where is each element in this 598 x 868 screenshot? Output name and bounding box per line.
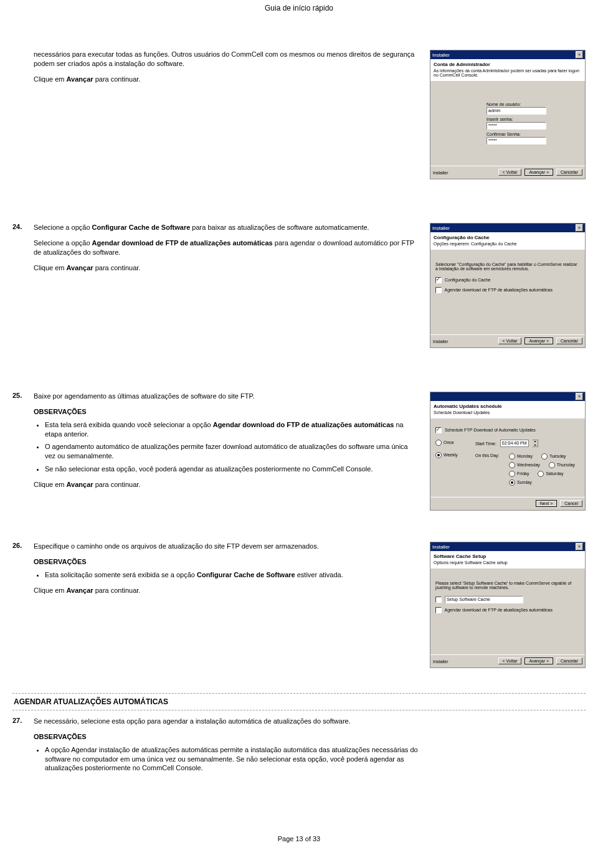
cache-sub: Opções requerem: Configuração do Cache [434, 242, 582, 246]
admin-dialog: Installer × Conta de Administrador As in… [430, 50, 586, 179]
day-radio[interactable]: Sunday [509, 480, 532, 484]
cache-chk2-row[interactable]: Agendar download de FTP de atualizações … [435, 287, 580, 293]
day-radio[interactable]: Tuesday [541, 453, 566, 460]
swcache-dialog-footer: Installer < Voltar Avançar > Cancelar [430, 654, 585, 668]
step-26-list: Esta solicitação somente será exibida se… [34, 570, 419, 580]
username-input[interactable]: admin [486, 107, 546, 115]
close-icon[interactable]: × [576, 543, 583, 550]
swcache-dialog-titlebar: Installer × [430, 542, 585, 551]
day-radio[interactable]: Wednesday [509, 462, 540, 468]
footer-installer-label: Installer [433, 658, 448, 666]
spinner-icon[interactable] [533, 440, 538, 447]
step-25-text: Baixe por agendamento as últimas atualiz… [34, 392, 424, 496]
radio-icon[interactable] [541, 453, 548, 460]
password-input[interactable]: ***** [486, 122, 546, 130]
doc-title: Guia de início rápido [265, 4, 333, 12]
schedule-dialog-footer: Next > Cancel [430, 497, 585, 510]
back-button[interactable]: < Voltar [498, 337, 522, 344]
close-icon[interactable]: × [576, 224, 583, 232]
checkbox-icon[interactable] [435, 287, 442, 293]
radio-icon[interactable] [509, 462, 515, 468]
checkbox-icon[interactable] [435, 607, 442, 613]
next-button[interactable]: Avançar > [524, 658, 553, 664]
close-icon[interactable]: × [576, 393, 583, 400]
cache-heading: Configuração do Cache [434, 235, 582, 240]
swcache-chk1-label[interactable]: Setup Software Cache [445, 596, 523, 603]
admin-heading: Conta de Administrador [434, 62, 582, 67]
admin-sub: As informações da conta Administrador po… [434, 68, 582, 77]
start-time-input[interactable]: 02:04:40 PM [500, 440, 529, 447]
password-label: Inserir senha: [486, 117, 582, 121]
radio-icon[interactable] [509, 479, 515, 486]
step-26-p1: Especifique o caminho onde os arquivos d… [34, 542, 419, 551]
step-27: 27. Se necessário, selecione esta opção … [12, 717, 586, 779]
radio-icon[interactable] [435, 452, 442, 458]
content: necessários para executar todas as funçõ… [0, 50, 598, 779]
cache-chk1-row[interactable]: Configuração do Cache [435, 277, 580, 283]
close-icon[interactable]: × [576, 51, 583, 59]
day-radio[interactable]: Saturday [538, 471, 563, 477]
step-26-num: 26. [12, 542, 27, 549]
step-24-p1: Selecione a opção Configurar Cache de So… [34, 223, 419, 232]
footer-installer-label: Installer [433, 169, 448, 177]
checkbox-icon[interactable] [435, 277, 442, 283]
cache-dialog-title: Installer [432, 225, 450, 231]
confirm-input[interactable]: ***** [486, 137, 546, 144]
list-item: A opção Agendar instalação de atualizaçõ… [45, 745, 419, 773]
step-23: necessários para executar todas as funçõ… [12, 50, 586, 179]
cache-dialog-titlebar: Installer × [430, 224, 585, 232]
back-button[interactable]: < Voltar [498, 658, 522, 664]
swcache-dialog: Installer × Software Cache Setup Options… [430, 542, 586, 668]
radio-icon[interactable] [509, 471, 515, 477]
cancel-button[interactable]: Cancelar [556, 337, 582, 344]
swcache-dialog-title: Installer [432, 544, 450, 550]
radio-icon[interactable] [538, 471, 544, 477]
step-25-dialog: × Automatic Updates schedule Schedule Do… [430, 392, 586, 511]
username-label: Nome de usuário: [486, 102, 582, 106]
radio-icon[interactable] [509, 453, 515, 460]
checkbox-icon[interactable] [435, 427, 442, 433]
swcache-chk1-row[interactable]: Setup Software Cache [435, 596, 580, 603]
step-24-p2: Selecione a opção Agendar download de FT… [34, 238, 419, 257]
divider [12, 710, 586, 710]
day-radio[interactable]: Thursday [549, 462, 575, 468]
checkbox-icon[interactable] [435, 597, 442, 603]
step-27-num: 27. [12, 717, 27, 724]
swcache-body-text: Please select 'Setup Software Cache' to … [435, 581, 580, 590]
radio-icon[interactable] [549, 462, 555, 468]
next-button[interactable]: Avançar > [524, 337, 553, 344]
list-item: Esta solicitação somente será exibida se… [45, 570, 419, 580]
divider [12, 693, 586, 694]
step-25-num: 25. [12, 392, 27, 399]
confirm-label: Confirmar Senha: [486, 132, 582, 136]
step-23-text: necessários para executar todas as funçõ… [34, 50, 424, 90]
swcache-chk2-row[interactable]: Agendar download de FTP de atualizações … [435, 607, 580, 613]
list-item: Se não selecionar esta opção, você poder… [45, 465, 419, 474]
onday-label: On this Day: [475, 453, 505, 486]
cache-chk1-label: Configuração do Cache [445, 278, 491, 282]
cancel-button[interactable]: Cancel [560, 500, 582, 507]
day-radio[interactable]: Friday [509, 471, 529, 477]
step-23-advance: Clique em Avançar para continuar. [34, 75, 419, 84]
once-radio-row[interactable]: Once [435, 440, 467, 446]
cancel-button[interactable]: Cancelar [556, 658, 582, 664]
swcache-heading: Software Cache Setup [434, 554, 582, 559]
schedule-chk-label: Schedule FTP Download of Automatic Updat… [445, 428, 536, 432]
step-24-text: Selecione a opção Configurar Cache de So… [34, 223, 424, 278]
step-24-dialog: Installer × Configuração do Cache Opções… [430, 223, 586, 348]
cancel-button[interactable]: Cancelar [556, 169, 582, 176]
next-button[interactable]: Next > [536, 500, 557, 507]
next-button[interactable]: Avançar > [524, 169, 553, 176]
back-button[interactable]: < Voltar [498, 169, 522, 176]
radio-icon[interactable] [435, 440, 442, 446]
page-header: Guia de início rápido [0, 0, 598, 15]
step-25-p1: Baixe por agendamento as últimas atualiz… [34, 392, 419, 401]
swcache-sub: Options require Software Cache setup [434, 560, 582, 565]
step-26-observ: OBSERVAÇÕES [34, 557, 419, 567]
weekly-radio-row[interactable]: Weekly [435, 452, 467, 458]
admin-dialog-titlebar: Installer × [430, 50, 585, 59]
schedule-chk-row[interactable]: Schedule FTP Download of Automatic Updat… [435, 427, 580, 433]
step-26: 26. Especifique o caminho onde os arquiv… [12, 542, 586, 668]
swcache-chk2-label: Agendar download de FTP de atualizações … [445, 608, 553, 612]
day-radio[interactable]: Monday [509, 453, 533, 460]
